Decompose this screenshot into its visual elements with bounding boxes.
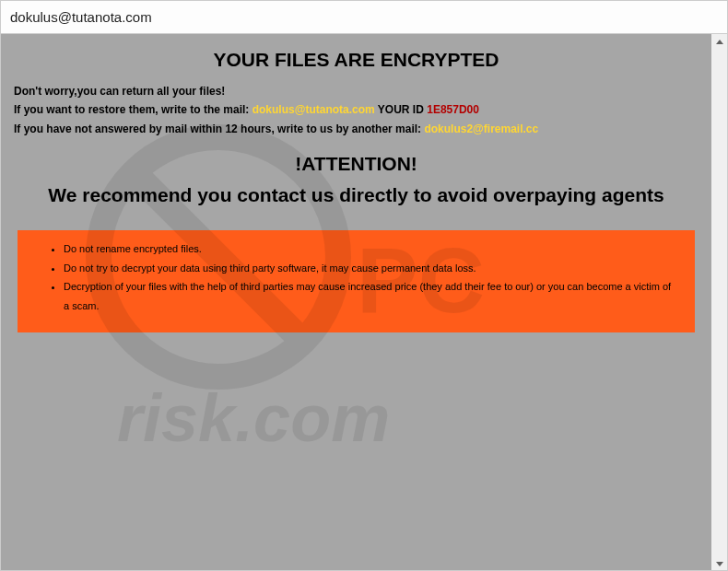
- contact-email-2: dokulus2@firemail.cc: [424, 122, 538, 135]
- scroll-up-button[interactable]: [711, 34, 727, 50]
- your-id-value: 1E857D00: [427, 103, 479, 116]
- ransom-note-content: YOUR FILES ARE ENCRYPTED Don't worry,you…: [1, 34, 711, 332]
- main-heading: YOUR FILES ARE ENCRYPTED: [1, 34, 711, 78]
- warning-item: Do not try to decrypt your data using th…: [64, 259, 678, 278]
- intro-block: Don't worry,you can return all your file…: [1, 78, 711, 147]
- warning-item: Do not rename encrypted files.: [64, 239, 678, 259]
- warning-list: Do not rename encrypted files. Do not tr…: [47, 239, 678, 317]
- window-title: dokulus@tutanota.com: [10, 9, 152, 25]
- vertical-scrollbar[interactable]: [711, 34, 727, 571]
- intro-line-2: If you want to restore them, write to th…: [14, 100, 699, 119]
- contact-email-1: dokulus@tutanota.com: [252, 103, 375, 116]
- scroll-down-button[interactable]: [711, 556, 727, 571]
- warning-item: Decryption of your files with the help o…: [64, 277, 678, 316]
- intro-line-3: If you have not answered by mail within …: [14, 120, 699, 138]
- recommend-text: We recommend you contact us directly to …: [1, 179, 711, 223]
- svg-text:risk.com: risk.com: [117, 381, 390, 455]
- your-id-label: YOUR ID: [375, 103, 427, 116]
- content-area: PC risk.com YOUR FILES ARE ENCRYPTED Don…: [1, 34, 711, 571]
- content-wrapper: PC risk.com YOUR FILES ARE ENCRYPTED Don…: [1, 34, 727, 571]
- window-title-bar: dokulus@tutanota.com: [1, 1, 727, 34]
- warning-box: Do not rename encrypted files. Do not tr…: [18, 230, 695, 333]
- attention-heading: !ATTENTION!: [1, 147, 711, 179]
- intro-line-1: Don't worry,you can return all your file…: [14, 82, 699, 100]
